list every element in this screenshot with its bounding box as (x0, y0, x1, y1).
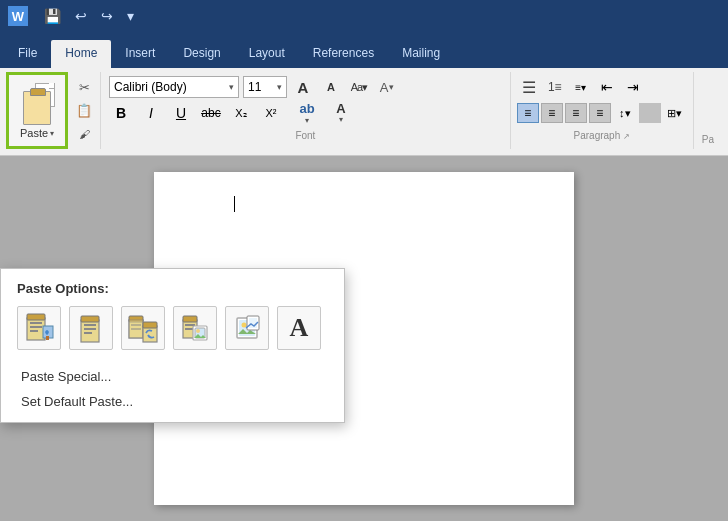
copy-icon[interactable]: 📋 (74, 101, 94, 121)
tab-layout[interactable]: Layout (235, 40, 299, 68)
borders-button[interactable]: ⊞▾ (663, 102, 687, 124)
italic-button[interactable]: I (139, 102, 163, 124)
highlight-arrow: ▾ (305, 116, 309, 125)
line-spacing-button[interactable]: ↕▾ (613, 102, 637, 124)
svg-rect-8 (81, 316, 99, 322)
paste-clipboard-icon (23, 91, 51, 125)
font-row-1: Calibri (Body) ▾ 11 ▾ A A Aa▾ A ▾ (109, 76, 502, 98)
svg-rect-31 (249, 318, 257, 328)
font-color-button[interactable]: A ▾ (327, 102, 355, 124)
font-size-arrow: ▾ (277, 82, 282, 92)
font-color-arrow: ▾ (339, 115, 343, 124)
clear-formatting-button[interactable]: A ▾ (375, 76, 399, 98)
undo-icon[interactable]: ↩ (71, 6, 91, 26)
tab-references[interactable]: References (299, 40, 388, 68)
styles-section: Pa (694, 72, 722, 149)
set-default-paste-menu-item[interactable]: Set Default Paste... (17, 389, 328, 414)
title-bar: W 💾 ↩ ↪ ▾ (0, 0, 728, 32)
tab-design[interactable]: Design (169, 40, 234, 68)
svg-point-26 (196, 329, 200, 333)
list-row: ☰ 1≡ ≡▾ ⇤ ⇥ (517, 76, 687, 98)
format-painter-icon[interactable]: 🖌 (74, 124, 94, 144)
word-icon: W (8, 6, 28, 26)
align-justify-button[interactable]: ≡ (589, 103, 611, 123)
underline-button[interactable]: U (169, 102, 193, 124)
svg-rect-4 (30, 330, 38, 332)
text-highlight-button[interactable]: ab ▾ (293, 102, 321, 124)
align-right-button[interactable]: ≡ (565, 103, 587, 123)
paragraph-section-label: Paragraph ↗ (517, 130, 687, 141)
subscript-button[interactable]: X₂ (229, 102, 253, 124)
superscript-button[interactable]: X² (259, 102, 283, 124)
clipboard-section: ✂ 📋 🖌 (68, 72, 101, 149)
save-icon[interactable]: 💾 (40, 6, 65, 26)
paste-options-dropdown: Paste Options: (0, 268, 345, 423)
text-cursor (234, 196, 235, 212)
font-row-2: B I U abc X₂ X² ab (109, 102, 502, 124)
shading-button[interactable] (639, 103, 661, 123)
multilevel-list-button[interactable]: ≡▾ (569, 76, 593, 98)
redo-icon[interactable]: ↪ (97, 6, 117, 26)
svg-rect-10 (84, 328, 96, 330)
font-section-label: Font (295, 130, 315, 141)
svg-rect-0 (27, 318, 45, 340)
bullets-button[interactable]: ☰ (517, 76, 541, 98)
paste-keep-text-icon[interactable] (69, 306, 113, 350)
align-left-button[interactable]: ≡ (517, 103, 539, 123)
paste-dropdown-arrow: ▾ (50, 129, 54, 138)
align-center-button[interactable]: ≡ (541, 103, 563, 123)
svg-rect-6 (46, 336, 49, 340)
change-case-button[interactable]: Aa▾ (347, 76, 371, 98)
paste-keep-source-icon[interactable] (17, 306, 61, 350)
svg-rect-7 (81, 320, 99, 342)
clear-format-arrow: ▾ (389, 82, 394, 92)
font-name-dropdown[interactable]: Calibri (Body) ▾ (109, 76, 239, 98)
numbering-button[interactable]: 1≡ (543, 76, 567, 98)
svg-rect-9 (84, 324, 96, 326)
strikethrough-button[interactable]: abc (199, 102, 223, 124)
tab-file[interactable]: File (4, 40, 51, 68)
highlight-a-icon: ab (299, 101, 314, 116)
tab-home[interactable]: Home (51, 40, 111, 68)
font-color-a-icon: A (336, 102, 345, 115)
svg-point-29 (242, 323, 247, 328)
font-shrink-button[interactable]: A (319, 76, 343, 98)
styles-section-label: Pa (702, 134, 714, 145)
font-section: Calibri (Body) ▾ 11 ▾ A A Aa▾ A ▾ (101, 72, 511, 149)
menu-bar: File Home Insert Design Layout Reference… (0, 32, 728, 68)
increase-indent-button[interactable]: ⇥ (621, 76, 645, 98)
paste-keep-source-img-icon[interactable] (225, 306, 269, 350)
svg-rect-17 (129, 320, 143, 338)
svg-rect-2 (30, 322, 42, 324)
clear-format-icon: A (380, 80, 389, 95)
app-container: W 💾 ↩ ↪ ▾ File Home Insert Design Layout… (0, 0, 728, 521)
paste-picture-icon[interactable] (173, 306, 217, 350)
tab-insert[interactable]: Insert (111, 40, 169, 68)
paste-link-icon[interactable] (121, 306, 165, 350)
ribbon: Paste ▾ ✂ 📋 🖌 Calibri (Body) ▾ (0, 68, 728, 156)
ribbon-wrapper: Paste ▾ ✂ 📋 🖌 Calibri (Body) ▾ (0, 68, 728, 156)
cut-icon[interactable]: ✂ (74, 78, 94, 98)
paste-label: Paste (20, 127, 48, 139)
paste-options-title: Paste Options: (17, 281, 328, 296)
svg-rect-3 (30, 326, 42, 328)
decrease-indent-button[interactable]: ⇤ (595, 76, 619, 98)
svg-rect-19 (143, 322, 157, 328)
paste-text-only-icon[interactable]: A (277, 306, 321, 350)
title-bar-controls: 💾 ↩ ↪ ▾ (40, 6, 138, 26)
pin-icon[interactable]: ▾ (123, 6, 138, 26)
font-dropdown-arrow: ▾ (229, 82, 234, 92)
paste-icon (19, 83, 55, 125)
font-size-dropdown[interactable]: 11 ▾ (243, 76, 287, 98)
paste-button[interactable]: Paste ▾ (6, 72, 68, 149)
tab-mailing[interactable]: Mailing (388, 40, 454, 68)
paste-icons-row: A (17, 306, 328, 350)
svg-rect-11 (84, 332, 92, 334)
svg-rect-1 (27, 314, 45, 320)
align-row: ≡ ≡ ≡ ≡ ↕▾ ⊞▾ (517, 102, 687, 124)
svg-rect-21 (183, 316, 197, 322)
paragraph-section: ☰ 1≡ ≡▾ ⇤ ⇥ ≡ ≡ ≡ ≡ ↕▾ ⊞▾ Paragraph ↗ (511, 72, 694, 149)
bold-button[interactable]: B (109, 102, 133, 124)
paste-special-menu-item[interactable]: Paste Special... (17, 364, 328, 389)
font-grow-button[interactable]: A (291, 76, 315, 98)
